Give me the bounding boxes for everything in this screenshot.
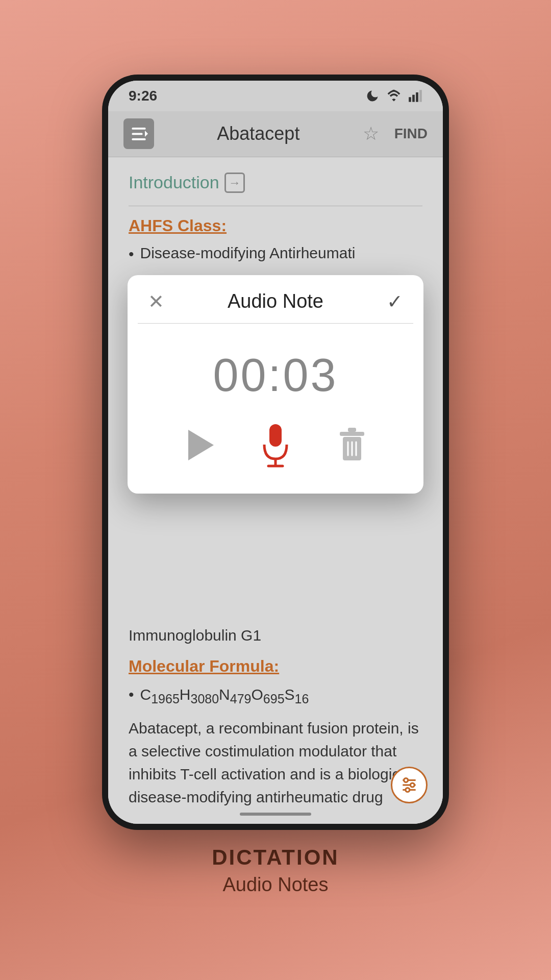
content-top: Introduction → AHFS Class: • Disease-mod… [129, 173, 422, 263]
arrow-right-icon: → [224, 173, 245, 193]
audio-note-modal: ✕ Audio Note ✓ 00:03 [128, 275, 423, 494]
svg-rect-12 [340, 432, 364, 436]
timer-display: 00:03 [213, 349, 338, 402]
favorite-button[interactable]: ☆ [363, 123, 379, 144]
find-button[interactable]: FIND [394, 126, 428, 142]
moon-icon [365, 89, 380, 103]
home-indicator [240, 813, 311, 816]
intro-link[interactable]: Introduction → [129, 173, 422, 193]
svg-rect-1 [412, 94, 415, 102]
menu-icon [130, 125, 148, 143]
svg-marker-7 [145, 131, 148, 137]
modal-body: 00:03 [128, 324, 423, 494]
ahfs-heading: AHFS Class: [129, 216, 422, 235]
intro-label: Introduction [129, 173, 219, 192]
play-icon [188, 430, 214, 460]
immunoglobulin-text: Immunoglobulin G1 [129, 627, 422, 644]
play-button[interactable] [181, 427, 217, 463]
bullet-text-1: Disease-modifying Antirheumati [140, 244, 356, 262]
mic-button[interactable] [258, 427, 293, 463]
delete-button[interactable] [334, 427, 370, 463]
svg-point-22 [406, 788, 410, 792]
svg-rect-2 [416, 92, 418, 102]
formula-item: • C1965H3080N479O695S16 [129, 685, 422, 706]
phone-device: 9:26 Abatacept ☆ FIND [102, 75, 449, 830]
settings-fab[interactable] [391, 767, 428, 803]
close-button[interactable]: ✕ [148, 292, 164, 311]
bullet-dot-2: • [129, 686, 134, 703]
bullet-item-1: • Disease-modifying Antirheumati [129, 244, 422, 263]
mic-icon [260, 422, 291, 468]
modal-header: ✕ Audio Note ✓ [128, 275, 423, 323]
dictation-title: DICTATION [212, 845, 339, 870]
controls-row [148, 427, 403, 463]
wifi-icon [386, 89, 402, 103]
page-title: Abatacept [164, 123, 353, 144]
settings-icon [399, 775, 419, 795]
molecular-heading: Molecular Formula: [129, 657, 422, 676]
trash-icon [337, 427, 367, 463]
content-bottom: Immunoglobulin G1 Molecular Formula: • C… [108, 611, 443, 824]
formula-text: C1965H3080N479O695S16 [140, 686, 309, 706]
bullet-dot: • [129, 246, 134, 263]
confirm-button[interactable]: ✓ [387, 290, 403, 313]
content-area: Introduction → AHFS Class: • Disease-mod… [108, 157, 443, 611]
svg-rect-6 [132, 138, 146, 140]
bottom-label: DICTATION Audio Notes [212, 830, 339, 906]
svg-rect-5 [132, 133, 143, 135]
modal-title: Audio Note [228, 290, 323, 312]
menu-button[interactable] [123, 118, 154, 149]
svg-rect-3 [419, 90, 422, 102]
audio-notes-subtitle: Audio Notes [212, 874, 339, 896]
microphone-svg [260, 422, 291, 468]
description-text: Abatacept, a recombinant fusion protein,… [129, 717, 422, 808]
status-bar: 9:26 [108, 81, 443, 111]
phone-screen: 9:26 Abatacept ☆ FIND [108, 81, 443, 824]
svg-point-21 [410, 783, 414, 787]
svg-rect-8 [269, 424, 282, 447]
signal-icon [408, 89, 422, 103]
svg-point-20 [404, 778, 408, 782]
svg-rect-11 [348, 428, 356, 432]
svg-rect-4 [132, 128, 146, 130]
app-header: Abatacept ☆ FIND [108, 111, 443, 157]
status-icons [365, 89, 422, 103]
status-time: 9:26 [129, 88, 157, 104]
svg-rect-0 [409, 97, 411, 102]
separator [129, 206, 422, 206]
